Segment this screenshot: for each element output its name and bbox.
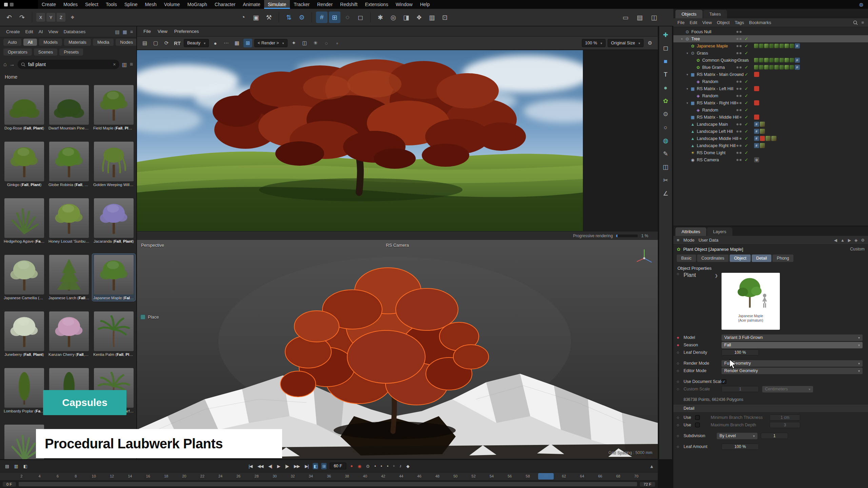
axis-y-button[interactable]: Y xyxy=(46,13,55,22)
enabled-check-icon[interactable]: ✓ xyxy=(745,150,748,155)
object-row-landscape-middle-hill[interactable]: ▲Landscape Middle Hill✓F xyxy=(673,135,868,142)
anim-marker[interactable]: ◆ xyxy=(677,336,679,339)
section-header-detail[interactable]: Detail xyxy=(673,405,868,412)
f-tag[interactable]: F xyxy=(795,43,800,48)
anim-marker[interactable]: ◇ xyxy=(677,387,679,391)
menu-render[interactable]: Render xyxy=(313,0,336,9)
text-primitive-icon[interactable]: T xyxy=(660,69,671,80)
mode-menu-icon[interactable]: ≡ xyxy=(677,238,679,243)
magnet-tool-icon[interactable]: ✱ xyxy=(375,12,386,23)
variant-thumbnail[interactable] xyxy=(754,65,758,69)
knife-tool-icon[interactable]: ✂ xyxy=(660,175,671,185)
display-channel-icon[interactable]: ● xyxy=(211,39,220,47)
texture-tag[interactable] xyxy=(760,143,765,148)
forward-icon[interactable]: → xyxy=(9,61,15,67)
custom-scale-field[interactable]: 1 xyxy=(722,386,759,392)
enabled-check-icon[interactable]: ✓ xyxy=(745,136,748,141)
enabled-check-icon[interactable]: ✓ xyxy=(745,93,748,98)
asset-menu-view[interactable]: View xyxy=(46,29,61,34)
ripple-mode-icon[interactable]: ⊞ xyxy=(321,463,327,469)
menu-extensions[interactable]: Extensions xyxy=(361,0,392,9)
range-end-field[interactable]: 72 F xyxy=(640,482,655,487)
object-row-japanese-maple[interactable]: ✿Japanese Maple✓F xyxy=(673,42,868,49)
render-mode-dropdown[interactable]: Full Geometry▾ xyxy=(722,360,863,367)
asset-tile-kentia-palm-fall-plant[interactable]: Kentia Palm (Fall, Plant) xyxy=(92,310,135,358)
object-row-rs-matrix-right-hill[interactable]: ▾▦RS Matrix - Right Hill✓ xyxy=(673,99,868,106)
expand-arrow-icon[interactable]: ▾ xyxy=(685,101,690,105)
render-visibility-dot[interactable] xyxy=(739,45,742,47)
snap-toggle-icon[interactable]: # xyxy=(316,12,328,23)
editor-visibility-dot[interactable] xyxy=(736,116,738,118)
filter-models[interactable]: Models xyxy=(39,39,62,46)
render-visibility-dot[interactable] xyxy=(739,31,742,33)
camera-label[interactable]: RS Camera xyxy=(386,243,409,248)
editor-visibility-dot[interactable] xyxy=(736,109,738,111)
plant-preview-thumbnail[interactable]: Japanese Maple (Acer palmatum) xyxy=(722,273,780,330)
dots-menu-icon[interactable]: ⋯ xyxy=(222,39,231,47)
editor-visibility-dot[interactable] xyxy=(736,95,738,97)
texture-tag[interactable] xyxy=(771,136,776,141)
attr-tab-phong[interactable]: Phong xyxy=(772,255,793,262)
f-tag[interactable]: F xyxy=(795,58,800,63)
asset-menu-ai[interactable]: AI xyxy=(36,29,46,34)
back-arrow-icon[interactable]: ◀ xyxy=(834,238,837,243)
anim-marker[interactable]: ◇ xyxy=(677,416,679,419)
menu-help[interactable]: Help xyxy=(416,0,434,9)
render-visibility-dot[interactable] xyxy=(739,152,742,154)
filter-presets[interactable]: Presets xyxy=(59,48,83,56)
enabled-check-icon[interactable]: ✓ xyxy=(745,143,748,148)
model-dropdown[interactable]: Variant 3 Full-Grown▾ xyxy=(722,334,863,341)
list-view-icon[interactable]: ≡ xyxy=(130,29,133,35)
render-picture-viewer-icon[interactable]: ▣ xyxy=(250,12,262,23)
render-view-canvas[interactable] xyxy=(137,50,658,231)
render-visibility-dot[interactable] xyxy=(739,81,742,83)
texture-tag[interactable] xyxy=(760,122,765,127)
render-visibility-dot[interactable] xyxy=(739,52,742,54)
value-field[interactable]: 3 xyxy=(770,422,800,428)
render-visibility-dot[interactable] xyxy=(739,74,742,76)
region-icon[interactable]: ◌ xyxy=(322,39,331,47)
tab-layers[interactable]: Layers xyxy=(707,227,732,236)
grid-view-icon[interactable]: ▦ xyxy=(123,29,127,35)
asset-tile-japanese-larch-fall-plant[interactable]: Japanese Larch (Fall, Plant) xyxy=(47,254,91,301)
transform-tool-icon[interactable]: ✚ xyxy=(660,30,671,40)
current-frame-field[interactable]: 60 F xyxy=(330,463,346,469)
om-menu-tags[interactable]: Tags xyxy=(735,20,744,25)
fcurve-view-icon[interactable]: ▥ xyxy=(13,463,19,469)
enabled-check-icon[interactable]: ✓ xyxy=(745,58,748,63)
variant-thumbnail[interactable] xyxy=(780,58,784,62)
generator-icon[interactable]: ⚙ xyxy=(660,109,671,119)
enabled-check-icon[interactable]: ✓ xyxy=(745,65,748,70)
enabled-check-icon[interactable]: ✓ xyxy=(745,36,748,41)
object-row-blue-grama[interactable]: ✿Blue Grama✓F xyxy=(673,64,868,71)
expand-arrow-icon[interactable]: ▾ xyxy=(685,52,690,55)
f-tag[interactable]: F xyxy=(754,136,759,141)
object-row-random[interactable]: ◈Random✓ xyxy=(673,92,868,99)
f-tag[interactable]: F xyxy=(795,65,800,70)
variant-thumbnail[interactable] xyxy=(769,44,774,48)
editor-visibility-dot[interactable] xyxy=(736,52,738,54)
isolate-icon[interactable]: ◨ xyxy=(400,12,412,23)
asset-menu-create[interactable]: Create xyxy=(3,29,23,34)
forward-arrow-icon[interactable]: ▶ xyxy=(848,238,851,243)
asset-tile-juneberry-fall-plant[interactable]: Juneberry (Fall, Plant) xyxy=(3,310,46,358)
next-key-button[interactable]: ▶▶ xyxy=(293,463,301,469)
variant-thumbnail[interactable] xyxy=(785,65,789,69)
attr-tab-object[interactable]: Object xyxy=(730,255,751,262)
f-tag[interactable]: F xyxy=(754,143,759,148)
editor-visibility-dot[interactable] xyxy=(736,74,738,76)
sphere-primitive-icon[interactable]: ● xyxy=(660,83,671,93)
clear-search-icon[interactable]: × xyxy=(113,62,116,67)
quantize-icon[interactable]: ◌ xyxy=(342,12,353,23)
om-menu-object[interactable]: Object xyxy=(717,20,730,25)
protection-tag[interactable]: ⊙ xyxy=(754,157,759,162)
cloner-icon[interactable]: ◍ xyxy=(660,136,671,146)
texture-tag[interactable] xyxy=(766,136,771,141)
render-visibility-dot[interactable] xyxy=(739,109,742,111)
menu-simulate[interactable]: Simulate xyxy=(264,0,290,9)
redshift-object-tag[interactable] xyxy=(754,86,759,91)
object-row-landscape-left-hill[interactable]: ▲Landscape Left Hill✓F xyxy=(673,128,868,135)
render-visibility-dot[interactable] xyxy=(739,130,742,133)
editor-visibility-dot[interactable] xyxy=(736,130,738,133)
enabled-check-icon[interactable]: ✓ xyxy=(745,72,748,77)
